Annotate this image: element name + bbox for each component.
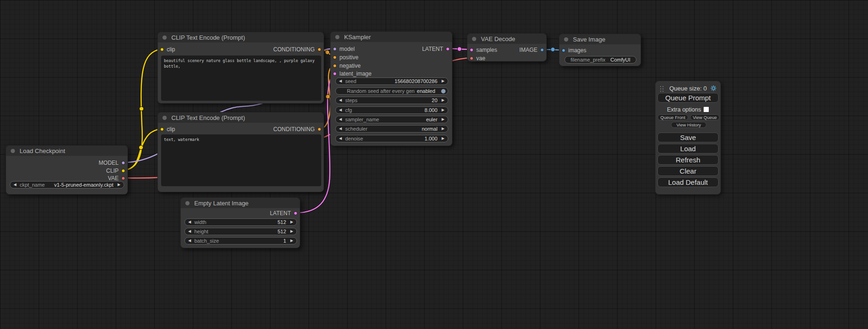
node-empty-latent-image[interactable]: Empty Latent Image LATENT ◀ width 512 ▶ … — [180, 197, 300, 248]
load-default-button[interactable]: Load Default — [657, 177, 719, 187]
model-port-dot[interactable] — [121, 161, 125, 165]
decrement-arrow-icon[interactable]: ◀ — [336, 137, 345, 140]
widget-denoise[interactable]: ◀ denoise 1.000 ▶ — [335, 135, 448, 142]
vae-port-dot[interactable] — [470, 56, 473, 60]
widget-steps[interactable]: ◀ steps 20 ▶ — [335, 97, 448, 104]
view-queue-button[interactable]: View Queue — [690, 114, 720, 120]
drag-handle-icon[interactable] — [660, 85, 664, 92]
prompt-text-area[interactable]: text, watermark — [161, 134, 321, 186]
input-port-clip: clip — [160, 126, 175, 133]
clear-button[interactable]: Clear — [657, 166, 719, 176]
decrement-arrow-icon[interactable]: ◀ — [336, 127, 345, 131]
latent-port-dot[interactable] — [294, 211, 297, 215]
link-midpoint-dot — [140, 107, 144, 111]
node-title-bar[interactable]: KSampler — [331, 32, 452, 42]
refresh-button[interactable]: Refresh — [657, 155, 719, 165]
node-title-bar[interactable]: CLIP Text Encode (Prompt) — [158, 112, 324, 123]
increment-arrow-icon[interactable]: ▶ — [287, 239, 296, 243]
widget-batch-size[interactable]: ◀ batch_size 1 ▶ — [184, 237, 297, 245]
decrement-arrow-icon[interactable]: ◀ — [336, 79, 345, 83]
node-title: KSampler — [344, 34, 371, 41]
increment-arrow-icon[interactable]: ▶ — [438, 127, 448, 131]
increment-arrow-icon[interactable]: ▶ — [287, 220, 296, 224]
increment-arrow-icon[interactable]: ▶ — [438, 108, 448, 112]
latent-port-dot[interactable] — [470, 48, 473, 52]
prompt-text-area[interactable]: beautiful scenery nature glass bottle la… — [161, 56, 321, 101]
widget-height[interactable]: ◀ height 512 ▶ — [184, 228, 297, 235]
node-title: CLIP Text Encode (Prompt) — [171, 114, 245, 121]
decrement-arrow-icon[interactable]: ◀ — [336, 118, 345, 121]
output-port-vae: VAE — [108, 175, 125, 182]
decrement-arrow-icon[interactable]: ◀ — [336, 108, 345, 112]
node-title-bar[interactable]: Empty Latent Image — [181, 198, 300, 208]
output-port-model: MODEL — [99, 160, 125, 166]
widget-random-seed-toggle[interactable]: Random seed after every gen enabled — [335, 87, 448, 95]
queue-panel-header: Queue size: 0 — [656, 84, 720, 92]
settings-gear-icon[interactable] — [710, 85, 717, 91]
extra-options-checkbox[interactable] — [704, 107, 709, 112]
node-vae-decode[interactable]: VAE Decode samples vae IMAGE — [467, 33, 547, 62]
decrement-arrow-icon[interactable]: ◀ — [185, 239, 194, 243]
node-title-bar[interactable]: CLIP Text Encode (Prompt) — [158, 32, 324, 42]
node-title-bar[interactable]: Save Image — [559, 34, 641, 44]
node-status-dot-icon — [162, 116, 167, 120]
queue-front-button[interactable]: Queue Front — [657, 114, 688, 120]
image-port-dot[interactable] — [540, 48, 544, 52]
view-history-button[interactable]: View History — [671, 122, 706, 128]
load-button[interactable]: Load — [657, 144, 719, 154]
conditioning-port-dot[interactable] — [333, 64, 337, 68]
conditioning-port-dot[interactable] — [318, 127, 321, 131]
link-midpoint-dot — [139, 146, 143, 150]
queue-panel[interactable]: Queue size: 0 Queue Prompt Extra options… — [655, 81, 721, 195]
node-title: CLIP Text Encode (Prompt) — [171, 34, 245, 41]
input-port-model: model — [333, 46, 355, 52]
extra-options-label: Extra options — [667, 106, 701, 113]
node-title: VAE Decode — [481, 35, 515, 42]
link-midpoint-dot — [325, 50, 330, 55]
model-port-dot[interactable] — [333, 47, 337, 51]
save-button[interactable]: Save — [657, 133, 719, 142]
node-status-dot-icon — [162, 35, 167, 40]
node-clip-text-encode-negative[interactable]: CLIP Text Encode (Prompt) clip CONDITION… — [157, 112, 324, 192]
widget-scheduler[interactable]: ◀ scheduler normal ▶ — [335, 125, 448, 133]
output-port-clip: CLIP — [106, 168, 125, 174]
widget-width[interactable]: ◀ width 512 ▶ — [184, 218, 297, 226]
node-ksampler[interactable]: KSampler model positive negative latent_… — [330, 31, 452, 146]
clip-port-dot[interactable] — [121, 169, 125, 173]
node-title: Load Checkpoint — [20, 147, 65, 154]
increment-arrow-icon[interactable]: ▶ — [438, 118, 448, 121]
output-port-latent: LATENT — [270, 210, 297, 217]
decrement-arrow-icon[interactable]: ◀ — [10, 183, 20, 187]
conditioning-port-dot[interactable] — [318, 48, 321, 51]
latent-port-dot[interactable] — [333, 72, 337, 76]
image-port-dot[interactable] — [562, 49, 565, 52]
increment-arrow-icon[interactable]: ▶ — [438, 79, 448, 83]
node-title: Empty Latent Image — [194, 200, 248, 207]
link-midpoint-dot — [551, 48, 555, 52]
latent-port-dot[interactable] — [446, 47, 450, 51]
clip-port-dot[interactable] — [160, 48, 164, 51]
node-clip-text-encode-positive[interactable]: CLIP Text Encode (Prompt) clip CONDITION… — [157, 32, 324, 104]
decrement-arrow-icon[interactable]: ◀ — [336, 98, 345, 102]
widget-filename-prefix[interactable]: filename_prefix ComfyUI — [565, 56, 636, 63]
increment-arrow-icon[interactable]: ▶ — [114, 183, 124, 187]
increment-arrow-icon[interactable]: ▶ — [438, 137, 448, 140]
increment-arrow-icon[interactable]: ▶ — [287, 230, 296, 233]
widget-sampler-name[interactable]: ◀ sampler_name euler ▶ — [335, 116, 448, 123]
node-save-image[interactable]: Save Image images filename_prefix ComfyU… — [559, 34, 641, 66]
node-title-bar[interactable]: Load Checkpoint — [6, 146, 127, 156]
toggle-knob-icon[interactable] — [441, 89, 446, 94]
decrement-arrow-icon[interactable]: ◀ — [185, 220, 194, 224]
node-title-bar[interactable]: VAE Decode — [467, 34, 546, 44]
decrement-arrow-icon[interactable]: ◀ — [185, 230, 194, 233]
widget-ckpt-name[interactable]: ◀ ckpt_name v1-5-pruned-emaonly.ckpt ▶ — [10, 181, 124, 189]
clip-port-dot[interactable] — [160, 127, 164, 131]
increment-arrow-icon[interactable]: ▶ — [438, 98, 448, 102]
queue-prompt-button[interactable]: Queue Prompt — [657, 93, 719, 103]
widget-seed[interactable]: ◀ seed 156680208700286 ▶ — [335, 77, 448, 85]
vae-port-dot[interactable] — [121, 176, 125, 180]
conditioning-port-dot[interactable] — [333, 56, 337, 59]
node-graph-canvas[interactable]: Load Checkpoint MODEL CLIP VAE ◀ ckpt_na… — [0, 0, 868, 329]
node-load-checkpoint[interactable]: Load Checkpoint MODEL CLIP VAE ◀ ckpt_na… — [6, 145, 128, 195]
widget-cfg[interactable]: ◀ cfg 8.000 ▶ — [335, 106, 448, 114]
